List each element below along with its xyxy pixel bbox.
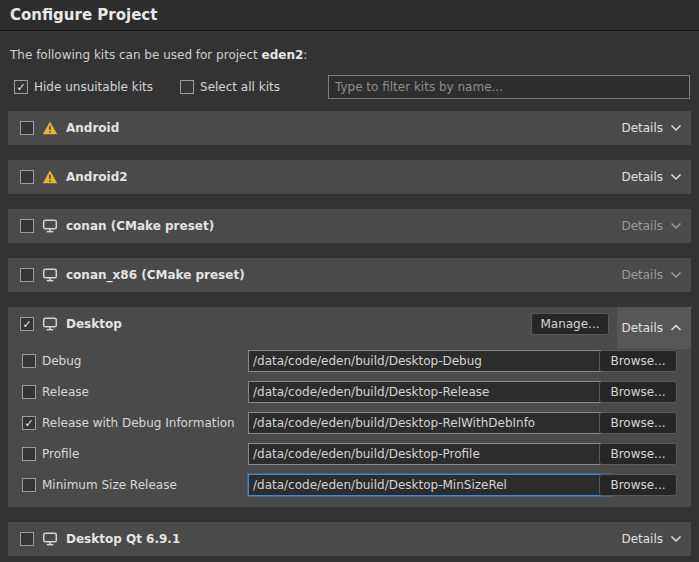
subtitle-colon: : (303, 48, 307, 62)
build-config-checkbox[interactable] (22, 416, 36, 430)
build-config-row-minsizerel: Minimum Size Release Browse... (22, 474, 683, 496)
chevron-down-icon (670, 222, 682, 230)
kit-row-conan: conan (CMake preset) Details (8, 209, 691, 243)
kit-checkbox[interactable] (20, 532, 34, 546)
details-label: Details (621, 321, 663, 335)
details-toggle[interactable]: Details (617, 209, 691, 243)
chevron-down-icon (670, 124, 682, 132)
kit-checkbox[interactable] (20, 121, 34, 135)
build-dir-input[interactable] (248, 412, 612, 434)
kit-filter-input[interactable] (328, 75, 690, 99)
build-config-label: Release with Debug Information (42, 416, 235, 430)
select-all-kits-checkbox[interactable] (180, 80, 194, 94)
project-name: eden2 (262, 48, 304, 62)
select-all-kits-option[interactable]: Select all kits (180, 80, 280, 94)
build-dir-input[interactable] (248, 443, 612, 465)
browse-button[interactable]: Browse... (599, 474, 677, 496)
build-config-row-release: Release Browse... (22, 381, 683, 403)
build-config-row-debug: Debug Browse... (22, 350, 683, 372)
kit-name: conan (CMake preset) (66, 219, 214, 233)
kit-row-desktop: Desktop Manage... Details (8, 307, 691, 341)
details-label: Details (621, 170, 663, 184)
hide-unsuitable-kits-option[interactable]: Hide unsuitable kits (14, 80, 153, 94)
kit-row-desktop-qt-691: Desktop Qt 6.9.1 Details (8, 522, 691, 556)
details-label: Details (621, 268, 663, 282)
kit-filter-controls: Hide unsuitable kits Select all kits (14, 75, 699, 99)
build-dir-input[interactable] (248, 350, 612, 372)
build-config-checkbox[interactable] (22, 447, 36, 461)
build-config-checkbox[interactable] (22, 354, 36, 368)
chevron-down-icon (670, 535, 682, 543)
chevron-up-icon (670, 324, 682, 332)
browse-button[interactable]: Browse... (599, 412, 677, 434)
build-config-row-relwithdebinfo: Release with Debug Information Browse... (22, 412, 683, 434)
kit-name: Desktop (66, 317, 122, 331)
browse-button[interactable]: Browse... (599, 443, 677, 465)
build-config-label: Profile (42, 447, 79, 461)
kit-row-conan-x86: conan_x86 (CMake preset) Details (8, 258, 691, 292)
kit-section-desktop: Desktop Manage... Details Debug Browse..… (8, 307, 691, 507)
warning-icon (42, 120, 58, 136)
build-config-row-profile: Profile Browse... (22, 443, 683, 465)
details-toggle[interactable]: Details (617, 307, 691, 349)
build-dir-input-focused[interactable] (248, 474, 612, 496)
kit-name: Android (66, 121, 119, 135)
browse-button[interactable]: Browse... (599, 350, 677, 372)
page-title: Configure Project (10, 6, 157, 24)
details-toggle[interactable]: Details (617, 522, 691, 556)
kit-name: conan_x86 (CMake preset) (66, 268, 245, 282)
desktop-icon (42, 531, 58, 547)
title-bar: Configure Project (0, 0, 699, 31)
details-label: Details (621, 219, 663, 233)
hide-unsuitable-kits-checkbox[interactable] (14, 80, 28, 94)
warning-icon (42, 169, 58, 185)
subtitle-text: The following kits can be used for proje… (10, 48, 262, 62)
kit-name: Android2 (66, 170, 128, 184)
build-config-label: Debug (42, 354, 81, 368)
manage-button[interactable]: Manage... (531, 313, 609, 335)
kit-row-android2: Android2 Details (8, 160, 691, 194)
kit-row-android: Android Details (8, 111, 691, 145)
kit-checkbox[interactable] (20, 170, 34, 184)
details-toggle[interactable]: Details (617, 160, 691, 194)
build-dir-input[interactable] (248, 381, 612, 403)
kit-name: Desktop Qt 6.9.1 (66, 532, 180, 546)
hide-unsuitable-kits-label: Hide unsuitable kits (34, 80, 153, 94)
details-label: Details (621, 532, 663, 546)
build-config-label: Minimum Size Release (42, 478, 177, 492)
desktop-icon (42, 218, 58, 234)
kit-checkbox[interactable] (20, 317, 34, 331)
details-label: Details (621, 121, 663, 135)
kit-list: Android Details Android2 Details conan (… (8, 111, 691, 556)
browse-button[interactable]: Browse... (599, 381, 677, 403)
details-toggle[interactable]: Details (617, 258, 691, 292)
chevron-down-icon (670, 173, 682, 181)
kit-checkbox[interactable] (20, 219, 34, 233)
details-toggle[interactable]: Details (617, 111, 691, 145)
select-all-kits-label: Select all kits (200, 80, 280, 94)
build-config-checkbox[interactable] (22, 478, 36, 492)
filter-input-wrap (328, 75, 699, 99)
desktop-icon (42, 267, 58, 283)
build-config-checkbox[interactable] (22, 385, 36, 399)
desktop-icon (42, 316, 58, 332)
subtitle: The following kits can be used for proje… (10, 48, 699, 62)
kit-checkbox[interactable] (20, 268, 34, 282)
build-config-label: Release (42, 385, 89, 399)
chevron-down-icon (670, 271, 682, 279)
